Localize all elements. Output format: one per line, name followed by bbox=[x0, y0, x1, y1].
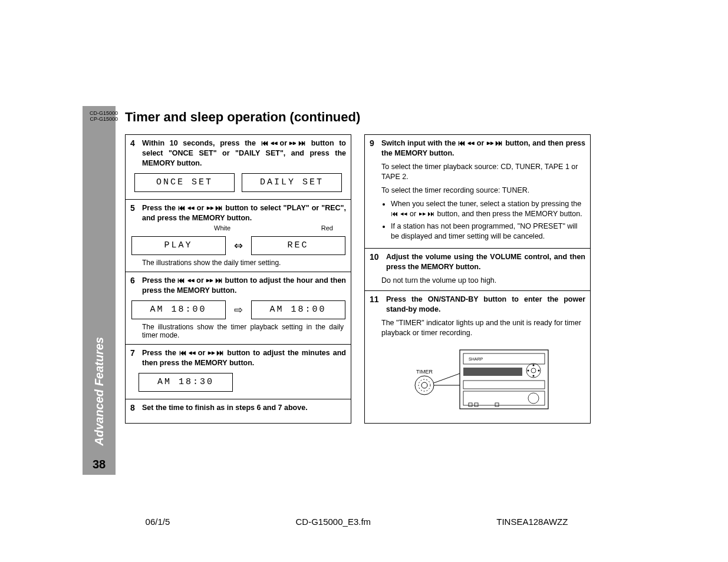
step-text: Switch input with the ⏮ ◀◀ or ▶▶ ⏭ butto… bbox=[381, 138, 585, 158]
step-number: 4 bbox=[130, 138, 139, 168]
step-text: Adjust the volume using the VOLUME contr… bbox=[386, 252, 585, 272]
svg-rect-13 bbox=[463, 368, 522, 376]
svg-rect-17 bbox=[469, 403, 472, 406]
model-codes: CD-G15000 CP-G15000 bbox=[83, 111, 118, 123]
text-frag: Press the bbox=[142, 349, 179, 357]
text-frag: Adjust the volume using the VOLUME contr… bbox=[386, 253, 585, 271]
label-white: White bbox=[214, 224, 230, 232]
right-arrow-icon: ⇨ bbox=[233, 303, 244, 316]
paragraph: The "TIMER" indicator lights up and the … bbox=[381, 318, 585, 338]
right-column: 9 Switch input with the ⏮ ◀◀ or ▶▶ ⏭ but… bbox=[364, 134, 591, 424]
skip-buttons-icon: ⏮ ◀◀ or ▶▶ ⏭ bbox=[177, 276, 222, 286]
page-title: Timer and sleep operation (continued) bbox=[125, 110, 360, 125]
step-number: 7 bbox=[130, 348, 139, 368]
lcd-display: AM 18:30 bbox=[139, 373, 233, 392]
svg-point-2 bbox=[421, 382, 427, 388]
step-text: Press the ⏮ ◀◀ or ▶▶ ⏭ button to adjust … bbox=[142, 276, 346, 296]
paragraph: To select the timer playback source: CD,… bbox=[381, 162, 585, 182]
lcd-display: AM 18:00 bbox=[251, 300, 345, 319]
lcd-display: REC bbox=[251, 236, 345, 255]
step-number: 8 bbox=[130, 403, 139, 413]
lcd-row: AM 18:30 bbox=[139, 373, 346, 392]
device-illustration: TIMER SHARP bbox=[401, 344, 554, 415]
skip-buttons-icon: ⏮ ◀◀ or ▶▶ ⏭ bbox=[178, 203, 223, 213]
text-frag: Within 10 seconds, press the bbox=[142, 139, 261, 147]
text-frag: Press the bbox=[142, 276, 177, 285]
text-frag: Switch input with the bbox=[381, 139, 458, 147]
color-labels: White Red bbox=[143, 224, 333, 232]
svg-rect-15 bbox=[463, 391, 545, 405]
footer-date: 06/1/5 bbox=[146, 517, 170, 527]
lcd-display: ONCE SET bbox=[134, 173, 235, 192]
svg-point-0 bbox=[415, 376, 434, 395]
lcd-display: PLAY bbox=[131, 236, 226, 255]
timer-label: TIMER bbox=[416, 369, 433, 375]
step-number: 5 bbox=[130, 203, 139, 223]
lcd-display: AM 18:00 bbox=[131, 300, 226, 319]
svg-point-1 bbox=[419, 379, 430, 391]
skip-buttons-icon: ⏮ ◀◀ or ▶▶ ⏭ bbox=[391, 209, 435, 219]
label-red: Red bbox=[321, 224, 333, 232]
step-9: 9 Switch input with the ⏮ ◀◀ or ▶▶ ⏭ but… bbox=[365, 135, 590, 248]
step-11: 11 Press the ON/STAND-BY button to enter… bbox=[365, 290, 590, 423]
skip-buttons-icon: ⏮ ◀◀ or ▶▶ ⏭ bbox=[179, 348, 224, 358]
skip-buttons-icon: ⏮ ◀◀ or ▶▶ ⏭ bbox=[458, 138, 503, 148]
svg-point-11 bbox=[528, 369, 529, 371]
list-item: If a station has not been programmed, "N… bbox=[391, 222, 585, 242]
left-column: 4 Within 10 seconds, press the ⏮ ◀◀ or ▶… bbox=[125, 134, 351, 424]
text-frag: Press the bbox=[142, 204, 178, 212]
text-frag: Set the time to finish as in steps 6 and… bbox=[142, 404, 308, 412]
svg-line-4 bbox=[434, 373, 460, 383]
svg-point-9 bbox=[533, 364, 535, 366]
text-frag: When you select the tuner, select a stat… bbox=[391, 200, 581, 208]
skip-buttons-icon: ⏮ ◀◀ or ▶▶ ⏭ bbox=[261, 138, 306, 148]
step-number: 11 bbox=[370, 295, 383, 315]
sidebar: Advanced Features 38 bbox=[83, 106, 116, 475]
step-5: 5 Press the ⏮ ◀◀ or ▶▶ ⏭ button to selec… bbox=[126, 199, 351, 272]
step-6: 6 Press the ⏮ ◀◀ or ▶▶ ⏭ button to adjus… bbox=[126, 272, 351, 344]
bullet-list: When you select the tuner, select a stat… bbox=[381, 199, 585, 242]
brand-label: SHARP bbox=[469, 357, 483, 361]
svg-rect-14 bbox=[463, 381, 545, 389]
bidirectional-arrow-icon: ⇔ bbox=[233, 239, 244, 252]
step-7: 7 Press the ⏮ ◀◀ or ▶▶ ⏭ button to adjus… bbox=[126, 344, 351, 399]
svg-point-16 bbox=[528, 393, 539, 404]
lcd-row: ONCE SET DAILY SET bbox=[130, 173, 346, 192]
section-label: Advanced Features bbox=[93, 190, 106, 458]
paragraph: Do not turn the volume up too high. bbox=[381, 276, 585, 286]
text-frag: Press the ON/STAND-BY button to enter th… bbox=[386, 295, 585, 313]
step-10: 10 Adjust the volume using the VOLUME co… bbox=[365, 248, 590, 290]
lcd-row: PLAY ⇔ REC bbox=[130, 236, 346, 255]
paragraph: To select the timer recording source: TU… bbox=[381, 186, 585, 196]
step-text: Press the ⏮ ◀◀ or ▶▶ ⏭ button to adjust … bbox=[142, 348, 346, 368]
text-frag: button, and then press the MEMORY button… bbox=[435, 210, 582, 218]
list-item: When you select the tuner, select a stat… bbox=[391, 199, 585, 219]
step-number: 10 bbox=[370, 252, 383, 272]
caption: The illustrations show the daily timer s… bbox=[142, 259, 344, 267]
step-text: Set the time to finish as in steps 6 and… bbox=[142, 403, 346, 413]
step-number: 6 bbox=[130, 276, 139, 296]
lcd-display: DAILY SET bbox=[242, 173, 342, 192]
caption: The illustrations show the timer playbac… bbox=[142, 323, 344, 339]
step-4: 4 Within 10 seconds, press the ⏮ ◀◀ or ▶… bbox=[126, 135, 351, 199]
page-number: 38 bbox=[93, 458, 106, 475]
svg-point-8 bbox=[531, 368, 536, 373]
svg-point-12 bbox=[538, 369, 540, 371]
lcd-row: AM 18:00 ⇨ AM 18:00 bbox=[130, 300, 346, 319]
svg-point-10 bbox=[533, 375, 535, 376]
step-text: Press the ⏮ ◀◀ or ▶▶ ⏭ button to select … bbox=[142, 203, 346, 223]
footer: 06/1/5 CD-G15000_E3.fm TINSEA128AWZZ bbox=[83, 517, 631, 527]
step-text: Within 10 seconds, press the ⏮ ◀◀ or ▶▶ … bbox=[142, 138, 346, 168]
content-columns: 4 Within 10 seconds, press the ⏮ ◀◀ or ▶… bbox=[125, 134, 591, 424]
svg-rect-18 bbox=[475, 403, 478, 406]
svg-rect-19 bbox=[495, 403, 499, 406]
footer-code: TINSEA128AWZZ bbox=[496, 517, 568, 527]
step-8: 8 Set the time to finish as in steps 6 a… bbox=[126, 399, 351, 418]
footer-file: CD-G15000_E3.fm bbox=[296, 517, 371, 527]
step-text: Press the ON/STAND-BY button to enter th… bbox=[386, 295, 585, 315]
step-number: 9 bbox=[370, 138, 378, 158]
model-line: CP-G15000 bbox=[83, 117, 118, 123]
